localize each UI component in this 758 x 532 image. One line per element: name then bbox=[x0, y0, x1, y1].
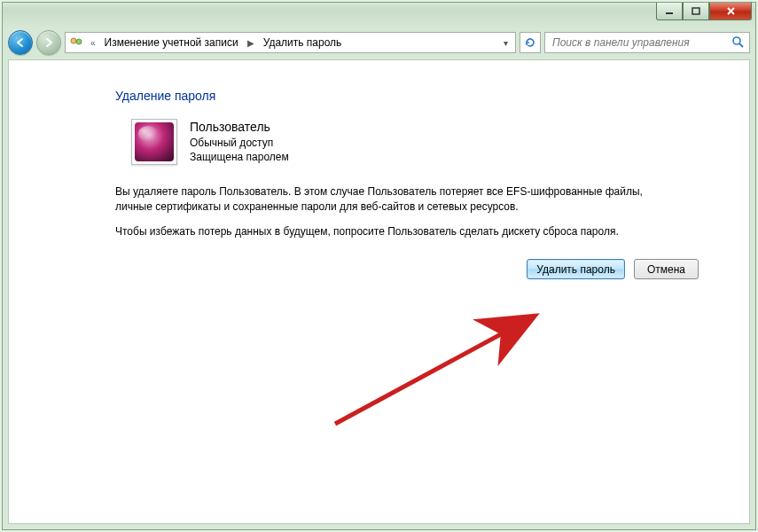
content-area: Удаление пароля Пользователь Обычный дос… bbox=[8, 59, 750, 524]
svg-rect-1 bbox=[692, 8, 699, 14]
navigation-bar: « Изменение учетной записи ▶ Удалить пар… bbox=[3, 27, 755, 58]
avatar bbox=[131, 119, 177, 165]
user-role: Обычный доступ bbox=[190, 136, 289, 150]
svg-point-3 bbox=[76, 39, 82, 44]
warning-text-1: Вы удаляете пароль Пользователь. В этом … bbox=[115, 184, 683, 215]
search-input[interactable] bbox=[551, 35, 731, 50]
svg-point-2 bbox=[71, 38, 76, 43]
user-summary: Пользователь Обычный доступ Защищена пар… bbox=[115, 119, 707, 165]
delete-password-button[interactable]: Удалить пароль bbox=[527, 259, 625, 279]
close-button[interactable] bbox=[709, 3, 752, 20]
titlebar bbox=[3, 3, 755, 27]
chevron-right-icon[interactable]: ▶ bbox=[246, 38, 256, 48]
svg-line-6 bbox=[335, 317, 532, 424]
svg-rect-0 bbox=[666, 12, 673, 14]
refresh-button[interactable] bbox=[520, 32, 541, 53]
user-protection: Защищена паролем bbox=[190, 150, 289, 164]
breadcrumb-prefix: « bbox=[89, 38, 98, 48]
svg-line-5 bbox=[739, 43, 743, 47]
cancel-button[interactable]: Отмена bbox=[634, 259, 699, 279]
button-row: Удалить пароль Отмена bbox=[115, 259, 700, 279]
user-name: Пользователь bbox=[190, 119, 289, 136]
control-panel-window: « Изменение учетной записи ▶ Удалить пар… bbox=[2, 2, 756, 530]
address-dropdown-icon[interactable]: ▾ bbox=[500, 38, 512, 48]
caption-buttons bbox=[656, 3, 752, 20]
avatar-image bbox=[135, 122, 174, 161]
user-accounts-icon bbox=[69, 35, 83, 50]
svg-point-4 bbox=[733, 37, 740, 44]
forward-button[interactable] bbox=[36, 30, 61, 55]
search-box[interactable] bbox=[544, 32, 750, 53]
user-meta: Пользователь Обычный доступ Защищена пар… bbox=[190, 119, 289, 164]
maximize-button[interactable] bbox=[683, 3, 709, 20]
address-bar[interactable]: « Изменение учетной записи ▶ Удалить пар… bbox=[65, 32, 516, 53]
warning-text-2: Чтобы избежать потерь данных в будущем, … bbox=[115, 224, 683, 239]
annotation-arrow bbox=[328, 307, 559, 431]
body-text: Вы удаляете пароль Пользователь. В этом … bbox=[115, 184, 683, 239]
breadcrumb-item-2[interactable]: Удалить пароль bbox=[262, 35, 344, 51]
back-button[interactable] bbox=[8, 30, 33, 55]
minimize-button[interactable] bbox=[656, 3, 683, 20]
page-title: Удаление пароля bbox=[115, 89, 707, 103]
breadcrumb-item-1[interactable]: Изменение учетной записи bbox=[103, 35, 240, 51]
search-icon[interactable] bbox=[731, 35, 744, 51]
